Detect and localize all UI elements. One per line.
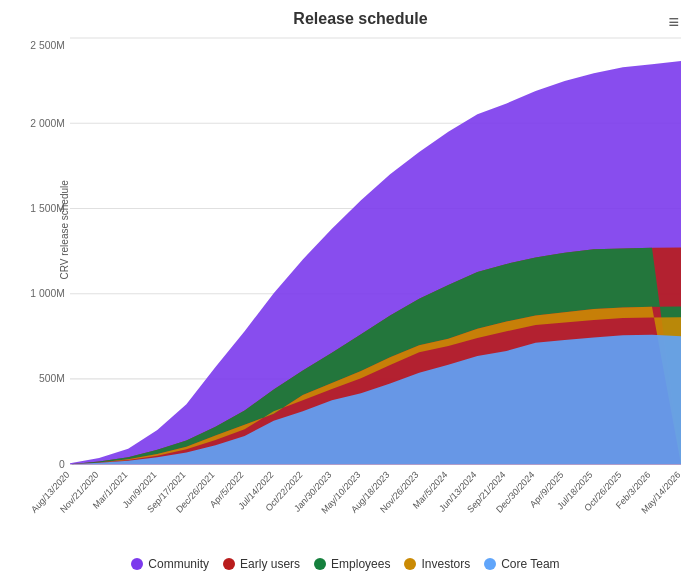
employees-label: Employees — [331, 557, 390, 571]
legend-item-core-team: Core Team — [484, 557, 559, 571]
legend-item-community: Community — [131, 557, 209, 571]
svg-text:2 500M: 2 500M — [30, 39, 65, 51]
employees-dot — [314, 558, 326, 570]
svg-text:2 000M: 2 000M — [30, 116, 65, 128]
investors-dot — [404, 558, 416, 570]
legend-item-employees: Employees — [314, 557, 390, 571]
investors-label: Investors — [421, 557, 470, 571]
legend-item-early-users: Early users — [223, 557, 300, 571]
legend: Community Early users Employees Investor… — [0, 552, 691, 576]
main-chart: 0 500M 1 000M 1 500M 2 000M 2 500M — [70, 38, 681, 509]
community-dot — [131, 558, 143, 570]
chart-container: Release schedule ≡ CRV release schedule … — [0, 0, 691, 581]
y-axis-label: CRV release schedule — [59, 180, 70, 279]
chart-area: CRV release schedule 0 500M 1 000M 1 500… — [70, 38, 681, 509]
early-users-dot — [223, 558, 235, 570]
svg-text:500M: 500M — [39, 372, 65, 384]
core-team-label: Core Team — [501, 557, 559, 571]
hamburger-icon[interactable]: ≡ — [668, 12, 679, 33]
svg-text:1 000M: 1 000M — [30, 287, 65, 299]
legend-item-investors: Investors — [404, 557, 470, 571]
early-users-label: Early users — [240, 557, 300, 571]
community-label: Community — [148, 557, 209, 571]
svg-text:0: 0 — [59, 457, 65, 469]
chart-title: Release schedule — [40, 10, 681, 28]
core-team-dot — [484, 558, 496, 570]
